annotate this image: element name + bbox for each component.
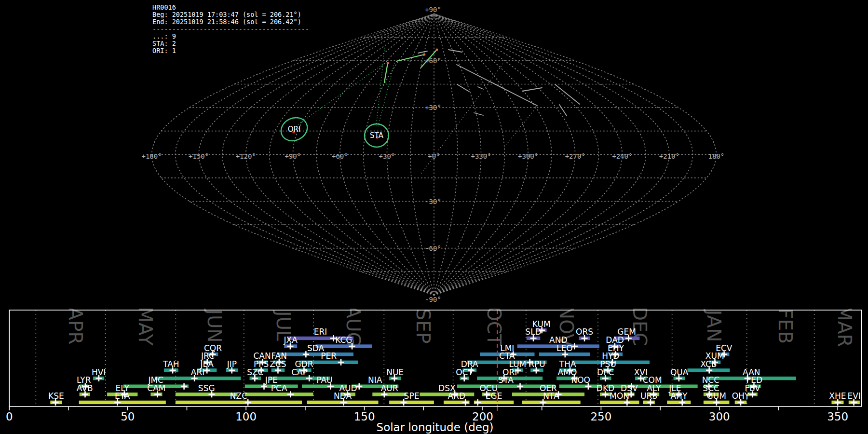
sky-lat-label: -60° (425, 244, 441, 252)
sporadic-trail (559, 105, 567, 116)
shower-label-NUE: NUE (386, 367, 404, 377)
shower-label-KSE: KSE (48, 391, 64, 401)
shower-label-SDA: SDA (307, 343, 325, 353)
shower-bar-SSG (176, 393, 238, 396)
meteor-trail-dotted (298, 62, 387, 124)
shower-label-GDR: GDR (295, 359, 313, 369)
shower-label-SPE: SPE (404, 391, 420, 401)
sky-lon-label: +210° (659, 152, 679, 160)
sky-lon-label: +150° (189, 152, 209, 160)
shower-label-JIP: JIP (227, 359, 237, 369)
sporadic-trail (457, 84, 469, 92)
shower-label-DRA: DRA (461, 359, 478, 369)
shower-label-GEM: GEM (617, 327, 636, 337)
shower-bar-PCA (245, 393, 313, 396)
shower-label-JXA: JXA (284, 335, 298, 345)
month-label: JUN (203, 309, 225, 343)
shower-bar-AHY (667, 401, 691, 404)
peak-marker-STA (517, 383, 523, 390)
shower-label-JPE: JPE (265, 375, 278, 385)
meteor-trail (396, 54, 424, 61)
shower-label-AND: AND (549, 335, 567, 345)
shower-label-PAU: PAU (316, 375, 332, 385)
shower-label-AAN: AAN (743, 367, 760, 377)
shower-label-AUR: AUR (381, 383, 398, 393)
sky-lon-label: +60° (332, 152, 348, 160)
shower-label-DSX: DSX (438, 383, 456, 393)
sky-lon-label: 180° (708, 152, 725, 160)
month-label: FEB (774, 309, 796, 344)
shower-label-CQR: CQR (204, 343, 222, 353)
meteor-trail-dotted (376, 46, 385, 126)
shower-label-OCU: OCU (479, 383, 498, 393)
shower-bar-NZC (176, 401, 302, 404)
sky-lat-label: -30° (425, 198, 441, 205)
sporadic-trail (478, 87, 482, 89)
shower-label-ECV: ECV (716, 343, 732, 353)
shower-bar-NOO (559, 384, 602, 388)
shower-label-LMI: LMI (500, 343, 514, 353)
shower-label-DSV: DSV (621, 383, 638, 393)
month-label: SEP (412, 309, 434, 343)
shower-bar-MON (600, 401, 639, 404)
x-tick-label: 150 (354, 410, 375, 423)
shower-bar-AUR (372, 393, 407, 396)
sporadic-trail (418, 51, 427, 53)
sky-lat-label: +60° (425, 57, 441, 65)
x-tick-label: 0 (6, 410, 13, 423)
x-tick-label: 350 (827, 410, 848, 423)
sporadic-trail (522, 88, 542, 91)
meteor-trail-end-dot (436, 49, 438, 51)
sky-lat-label: +90° (425, 6, 441, 14)
shower-label-KUM: KUM (532, 319, 551, 329)
radiants-screenshot: ORISTA+180°+150°+120°+90°+60°+30°+0°+330… (0, 0, 868, 434)
shower-label-ELY: ELY (116, 383, 130, 393)
sporadic-trail-dotted (504, 106, 537, 147)
shower-bar-SPE (389, 401, 434, 404)
x-tick-label: 100 (235, 410, 257, 423)
shower-label-KCG: KCG (335, 335, 352, 345)
shower-label-THA: THA (559, 359, 576, 369)
shower-label-SSG: SSG (198, 383, 215, 393)
sky-lat-label: +30° (425, 104, 441, 111)
shower-label-XHE: XHE (829, 391, 846, 401)
shower-label-NZC: NZC (230, 391, 247, 401)
shower-label-ORS: ORS (576, 327, 593, 337)
sky-lat-label: -90° (425, 296, 441, 303)
shower-label-RPU: RPU (529, 359, 545, 369)
shower-bar-ETA (79, 401, 166, 404)
shower-label-LYR: LYR (77, 375, 91, 385)
x-tick-label: 300 (709, 410, 730, 423)
peak-marker-JMC (181, 383, 187, 390)
sky-lon-label: +240° (612, 152, 632, 160)
sky-lon-label: +120° (236, 152, 256, 160)
shower-label-ERI: ERI (314, 327, 327, 337)
sporadic-trail (555, 84, 580, 104)
peak-marker-EGE (475, 399, 481, 406)
activity-chart: Solar longitude (deg) APRMAYJUNJULAUGSEP… (0, 309, 868, 434)
meteor-trail-end-dot (423, 54, 426, 56)
month-label: APR (65, 309, 86, 345)
shower-label-HVI: HVI (92, 367, 106, 377)
x-tick-label: 250 (590, 410, 611, 423)
sporadic-trail (457, 65, 537, 106)
month-label: MAR (834, 309, 855, 347)
meteor-trail-end-dot (387, 62, 389, 65)
peak-marker-PCA (287, 391, 294, 397)
sky-lon-label: +30° (379, 152, 395, 160)
shower-label-CAN: CAN (253, 351, 271, 361)
x-tick-label: 50 (121, 410, 135, 423)
shower-label-OER: OER (540, 383, 557, 393)
sky-lon-label: +90° (285, 152, 301, 160)
session-info: HR0016 Beg: 20251019 17:03:47 (sol = 206… (152, 4, 309, 54)
shower-label-AUD: AUD (339, 383, 357, 393)
radiant-label-ORI: ORI (288, 125, 301, 134)
shower-label-DKD: DKD (597, 383, 614, 393)
shower-label-XVI: XVI (634, 367, 648, 377)
shower-label-JLE: JLE (668, 383, 681, 393)
shower-label-NCC: NCC (702, 375, 719, 385)
shower-bar-DSX (420, 393, 474, 396)
month-label: MAY (135, 309, 156, 346)
sky-map: ORISTA+180°+150°+120°+90°+60°+30°+0°+330… (0, 0, 868, 311)
sporadic-trail (448, 50, 462, 52)
